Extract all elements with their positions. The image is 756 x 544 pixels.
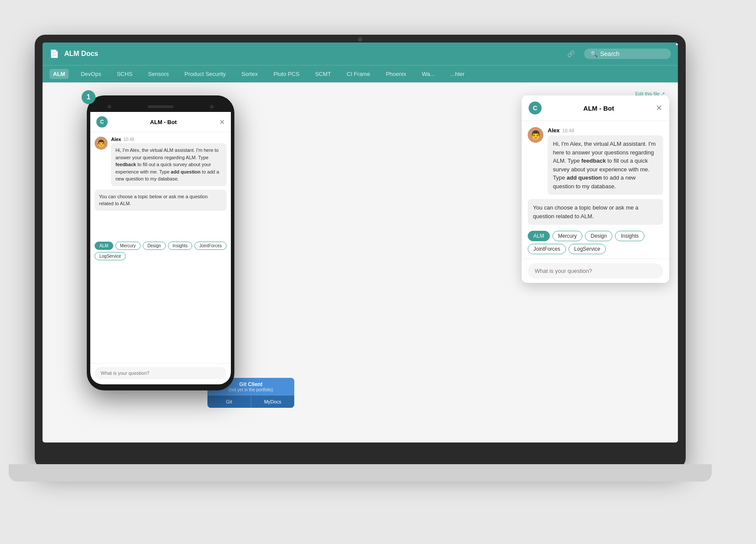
desktop-topic-design[interactable]: Design <box>585 231 612 241</box>
phone-chat-close[interactable]: ✕ <box>219 118 225 126</box>
phone-topic-alm[interactable]: ALM <box>95 242 113 250</box>
desktop-chat-topics: ALM Mercury Design Insights JointForces … <box>522 231 669 259</box>
nav-item-ci-frame[interactable]: CI Frame <box>343 69 374 79</box>
phone-chat-topics: ALM Mercury Design Insights JointForces … <box>90 242 231 263</box>
desktop-topic-alm[interactable]: ALM <box>528 231 550 241</box>
phone-topic-jointforces[interactable]: JointForces <box>194 242 227 250</box>
phone-chat-input[interactable] <box>95 367 227 379</box>
search-icon: 🔍 <box>590 50 598 57</box>
desktop-topic-mercury[interactable]: Mercury <box>552 231 582 241</box>
phone-chat-header: C ALM - Bot ✕ <box>90 112 231 132</box>
phone-chat-input-area <box>90 363 231 384</box>
phone-camera-area <box>90 102 231 112</box>
topbar: 📄 ALM Docs 🔗 🔍 Search <box>43 43 678 65</box>
desktop-topic-logservice[interactable]: LogService <box>569 244 606 254</box>
navbar: ALM DevOps SCHS Sensors Product Security… <box>43 65 678 82</box>
phone-chat-user-info: Alex 10:48 Hi, I'm Alex, the virtual ALM… <box>111 137 227 186</box>
desktop-chat-popup: C ALM - Bot ✕ 👨 Alex 10:48 <box>522 95 669 283</box>
phone-chat-time: 10:48 <box>123 137 134 142</box>
desktop-chat-username: Alex <box>548 127 559 134</box>
phone-chat-user-row: 👨 Alex 10:48 Hi, I'm Alex, the virtual A… <box>95 137 227 186</box>
nav-item-sensors[interactable]: Sensors <box>145 69 172 79</box>
desktop-chat-user-row: 👨 Alex 10:48 Hi, I'm Alex, the virtual A… <box>528 127 663 195</box>
laptop-base <box>9 464 712 482</box>
nav-item-sortex[interactable]: Sortex <box>238 69 261 79</box>
nav-item-phoenix[interactable]: Phoenix <box>382 69 410 79</box>
nav-item-scmt[interactable]: SCMT <box>312 69 335 79</box>
phone-speaker <box>148 105 174 108</box>
chat-header-logo: C <box>529 102 542 115</box>
badge-1-wrapper: 1 <box>90 102 95 104</box>
desktop-topic-jointforces[interactable]: JointForces <box>528 244 566 254</box>
phone-device: 1 C ALM - Bot ✕ 👨 Alex <box>87 95 234 390</box>
nav-item-product-security[interactable]: Product Security <box>181 69 229 79</box>
phone-chat-intro-bubble: Hi, I'm Alex, the virtual ALM assistant.… <box>111 143 227 186</box>
phone-chat-avatar: 👨 <box>95 137 108 150</box>
nav-item-devops[interactable]: DevOps <box>77 69 105 79</box>
desktop-chat-input-area <box>522 259 669 283</box>
desktop-chat-user-info: Alex 10:48 Hi, I'm Alex, the virtual ALM… <box>548 127 663 195</box>
phone-camera-dot <box>108 105 111 108</box>
phone-topic-design[interactable]: Design <box>143 242 166 250</box>
badge-1: 1 <box>90 102 95 104</box>
phone-screen: 1 C ALM - Bot ✕ 👨 Alex <box>90 102 231 384</box>
desktop-chat-title: ALM - Bot <box>546 105 651 112</box>
nav-item-hler[interactable]: ...hler <box>447 69 468 79</box>
mydocs-btn[interactable]: MyDocs <box>251 396 295 408</box>
desktop-chat-time: 10:48 <box>562 128 574 133</box>
phone-chat-messages: 👨 Alex 10:48 Hi, I'm Alex, the virtual A… <box>90 132 231 242</box>
desktop-chat-topic-prompt: You can choose a topic below or ask me a… <box>528 199 663 225</box>
search-bar[interactable]: 🔍 Search <box>584 49 671 59</box>
phone-chat-username: Alex <box>111 137 121 142</box>
desktop-chat-messages: 👨 Alex 10:48 Hi, I'm Alex, the virtual A… <box>522 121 669 231</box>
git-btn[interactable]: Git <box>207 396 251 408</box>
search-placeholder: Search <box>600 50 619 57</box>
nav-item-schs[interactable]: SCHS <box>113 69 136 79</box>
app-title: ALM Docs <box>64 50 98 58</box>
phone-topic-logservice[interactable]: LogService <box>95 252 126 260</box>
desktop-chat-username-time: Alex 10:48 <box>548 127 663 134</box>
phone-chat-empty-space <box>90 263 231 364</box>
nav-item-wa[interactable]: Wa... <box>418 69 438 79</box>
desktop-chat-avatar: 👨 <box>528 127 543 143</box>
desktop-topic-insights[interactable]: Insights <box>615 231 644 241</box>
phone-chat-topic-prompt: You can choose a topic below or ask me a… <box>95 190 227 211</box>
desktop-chat-close[interactable]: ✕ <box>656 103 662 113</box>
phone-camera-dot-2 <box>210 105 214 108</box>
phone-chat-screen: C ALM - Bot ✕ 👨 Alex 10:48 <box>90 112 231 384</box>
app-logo-icon: 📄 <box>49 49 59 59</box>
nav-item-pluto-pcs[interactable]: Pluto PCS <box>270 69 303 79</box>
phone-topic-mercury[interactable]: Mercury <box>115 242 141 250</box>
phone-chat-title: ALM - Bot <box>111 119 216 125</box>
laptop-camera <box>358 37 362 42</box>
nav-item-alm[interactable]: ALM <box>49 69 69 79</box>
desktop-chat-header: C ALM - Bot ✕ <box>522 95 669 121</box>
git-card-buttons: Git MyDocs <box>207 396 294 408</box>
phone-chat-logo: C <box>96 116 108 128</box>
desktop-chat-input[interactable] <box>528 263 663 279</box>
phone-topic-insights[interactable]: Insights <box>168 242 192 250</box>
desktop-chat-intro-bubble: Hi, I'm Alex, the virtual ALM assistant.… <box>548 135 663 195</box>
phone-chat-username-time: Alex 10:48 <box>111 137 227 142</box>
link-icon: 🔗 <box>567 50 575 57</box>
